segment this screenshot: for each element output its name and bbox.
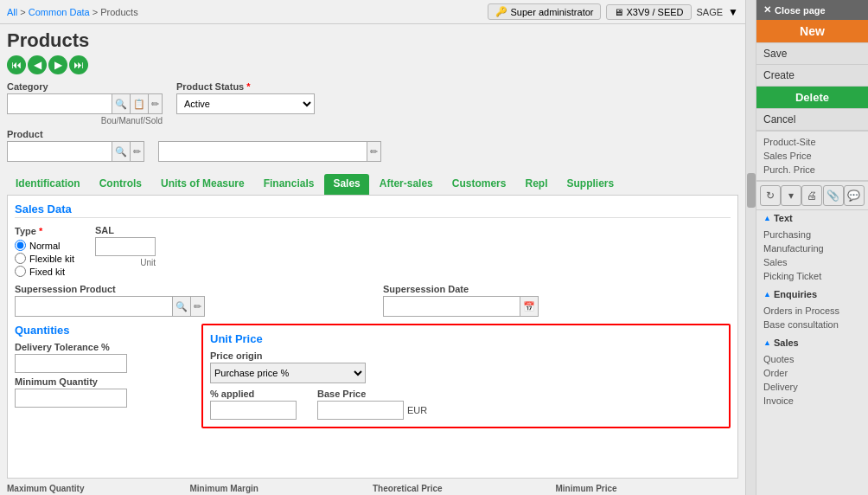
category-edit-icon[interactable]: ✏ bbox=[148, 94, 162, 113]
product-input[interactable]: BMS001 bbox=[8, 145, 112, 158]
base-consultation-link[interactable]: Base consultation bbox=[756, 318, 868, 331]
notes-btn[interactable]: 💬 bbox=[844, 185, 865, 206]
category-input-wrapper: BMSOL 🔍 📋 ✏ bbox=[7, 93, 163, 114]
tab-after-sales[interactable]: After-sales bbox=[371, 174, 442, 195]
server-icon: 🖥 bbox=[614, 7, 623, 17]
delivery-tolerance-field: Delivery Tolerance % bbox=[15, 342, 188, 373]
delivery-tolerance-input[interactable] bbox=[15, 354, 127, 373]
purch-price-link[interactable]: Purch. Price bbox=[756, 163, 868, 177]
attach-btn[interactable]: 📎 bbox=[823, 185, 844, 206]
minimum-quantity-input[interactable]: 0 bbox=[15, 389, 127, 408]
percent-applied-label: % applied bbox=[210, 389, 297, 399]
close-page-btn[interactable]: ✕ Close page bbox=[756, 0, 868, 20]
sales-links: Quotes Order Delivery Invoice bbox=[756, 349, 868, 411]
price-origin-select[interactable]: Purchase price % bbox=[210, 363, 366, 383]
supersession-edit-icon[interactable]: ✏ bbox=[190, 297, 204, 316]
tab-suppliers[interactable]: Suppliers bbox=[558, 174, 622, 195]
product-status-select[interactable]: Active bbox=[176, 93, 315, 114]
radio-fixed-kit-label: Fixed kit bbox=[29, 267, 65, 277]
radio-fixed-kit-input[interactable] bbox=[15, 266, 26, 277]
new-btn[interactable]: New bbox=[756, 20, 868, 43]
sal-input[interactable]: UN bbox=[95, 237, 156, 256]
invoice-link[interactable]: Invoice bbox=[756, 394, 868, 408]
supersession-row: Supersession Product 🔍 ✏ Supersession Da… bbox=[15, 284, 731, 317]
scroll-track[interactable] bbox=[745, 0, 756, 495]
tab-units-of-measure[interactable]: Units of Measure bbox=[152, 174, 253, 195]
radio-flexible-kit-input[interactable] bbox=[15, 253, 26, 264]
page-header: Products ⏮ ◀ ▶ ⏭ bbox=[0, 24, 745, 78]
minimum-quantity-field: Minimum Quantity 0 bbox=[15, 376, 188, 408]
supersession-product-label: Supersession Product bbox=[15, 284, 362, 294]
tab-customers[interactable]: Customers bbox=[444, 174, 515, 195]
refresh-btn[interactable]: ↻ bbox=[760, 185, 781, 206]
dropdown-icon[interactable]: ▼ bbox=[728, 6, 738, 18]
percent-applied-input[interactable]: 40.00 bbox=[210, 401, 297, 420]
product-edit-icon[interactable]: ✏ bbox=[130, 142, 144, 161]
unit-price-box: Unit Price Price origin Purchase price %… bbox=[201, 324, 731, 428]
tab-identification[interactable]: Identification bbox=[7, 174, 89, 195]
top-right: 🔑 Super administrator 🖥 X3V9 / SEED SAGE… bbox=[488, 3, 738, 20]
nav-prev-btn[interactable]: ◀ bbox=[28, 55, 47, 74]
supersession-search-icon[interactable]: 🔍 bbox=[172, 297, 190, 316]
orders-in-process-link[interactable]: Orders in Process bbox=[756, 304, 868, 318]
tab-sales[interactable]: Sales bbox=[324, 174, 368, 195]
cancel-btn[interactable]: Cancel bbox=[756, 109, 868, 131]
base-price-input[interactable]: 56.0000 bbox=[317, 401, 404, 420]
sales-data-title: Sales Data bbox=[15, 202, 731, 218]
product-name-group: name 5 Sprockets ✏ bbox=[158, 129, 381, 162]
print-btn[interactable]: 🖨 bbox=[801, 185, 822, 206]
manufacturing-link[interactable]: Manufacturing bbox=[756, 241, 868, 255]
nav-last-btn[interactable]: ⏭ bbox=[69, 55, 88, 74]
supersession-product-input[interactable] bbox=[16, 299, 172, 313]
category-input[interactable]: BMSOL bbox=[8, 97, 112, 111]
purchasing-link[interactable]: Purchasing bbox=[756, 228, 868, 241]
supersession-date-input[interactable] bbox=[384, 299, 520, 313]
nav-first-btn[interactable]: ⏮ bbox=[7, 55, 26, 74]
sales-price-link[interactable]: Sales Price bbox=[756, 149, 868, 163]
dropdown-action-btn[interactable]: ▾ bbox=[781, 185, 801, 206]
top-bar: All > Common Data > Products 🔑 Super adm… bbox=[0, 0, 745, 24]
product-input-wrapper: BMS001 🔍 ✏ bbox=[7, 141, 144, 162]
type-group: Type * Normal Flexible kit Fixed kit bbox=[15, 225, 74, 277]
nav-next-btn[interactable]: ▶ bbox=[48, 55, 67, 74]
price-row: % applied 40.00 Base Price 56.0000 EUR bbox=[210, 389, 722, 420]
server-btn[interactable]: 🖥 X3V9 / SEED bbox=[606, 4, 691, 20]
tab-controls[interactable]: Controls bbox=[91, 174, 150, 195]
radio-normal-input[interactable] bbox=[15, 240, 26, 251]
tab-financials[interactable]: Financials bbox=[255, 174, 323, 195]
text-links: Purchasing Manufacturing Sales Picking T… bbox=[756, 224, 868, 286]
radio-group: Normal Flexible kit Fixed kit bbox=[15, 240, 74, 277]
base-price-group: Base Price 56.0000 EUR bbox=[317, 389, 427, 420]
supersession-product-group: Supersession Product 🔍 ✏ bbox=[15, 284, 362, 317]
product-status-label: Product Status * bbox=[176, 81, 315, 92]
right-sidebar: ✕ Close page New Save Create Delete Canc… bbox=[756, 0, 868, 495]
category-search-icon[interactable]: 🔍 bbox=[112, 94, 130, 113]
price-origin-field: Price origin Purchase price % bbox=[210, 350, 722, 383]
delivery-link[interactable]: Delivery bbox=[756, 380, 868, 394]
sidebar-quick-links: Product-Site Sales Price Purch. Price bbox=[756, 132, 868, 180]
enquiries-links: Orders in Process Base consultation bbox=[756, 300, 868, 335]
product-site-link[interactable]: Product-Site bbox=[756, 135, 868, 149]
breadcrumb-all[interactable]: All bbox=[7, 7, 17, 17]
supersession-calendar-icon[interactable]: 📅 bbox=[520, 297, 538, 316]
sales-section-title: Sales bbox=[756, 335, 868, 349]
user-btn[interactable]: 🔑 Super administrator bbox=[488, 3, 601, 20]
sales-link[interactable]: Sales bbox=[756, 255, 868, 269]
category-list-icon[interactable]: 📋 bbox=[130, 94, 148, 113]
close-icon: ✕ bbox=[763, 4, 771, 16]
order-link[interactable]: Order bbox=[756, 366, 868, 380]
breadcrumb-common-data[interactable]: Common Data bbox=[29, 7, 90, 17]
key-icon: 🔑 bbox=[495, 6, 507, 17]
product-group: Product BMS001 🔍 ✏ bbox=[7, 129, 144, 162]
product-search-icon[interactable]: 🔍 bbox=[112, 142, 130, 161]
base-price-label: Base Price bbox=[317, 389, 427, 399]
create-btn[interactable]: Create bbox=[756, 65, 868, 87]
save-btn[interactable]: Save bbox=[756, 43, 868, 65]
product-name-edit-icon[interactable]: ✏ bbox=[367, 142, 380, 161]
maximum-quantity-label: Maximum Quantity bbox=[7, 484, 190, 493]
delete-btn[interactable]: Delete bbox=[756, 87, 868, 109]
tab-repl[interactable]: Repl bbox=[516, 174, 556, 195]
product-name-input[interactable]: 5 Sprockets bbox=[159, 145, 367, 158]
picking-ticket-link[interactable]: Picking Ticket bbox=[756, 269, 868, 283]
quotes-link[interactable]: Quotes bbox=[756, 352, 868, 366]
